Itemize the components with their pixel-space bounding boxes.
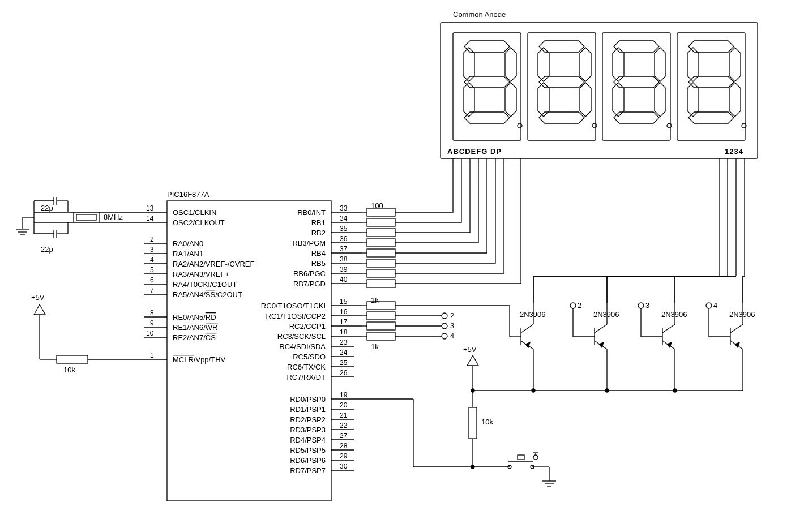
svg-text:5: 5 — [150, 266, 154, 274]
svg-text:6: 6 — [150, 276, 154, 284]
svg-text:2N3906: 2N3906 — [729, 310, 755, 319]
mclr-r: 10k — [63, 366, 75, 374]
svg-point-244 — [532, 389, 535, 392]
svg-rect-166 — [367, 249, 395, 257]
svg-rect-135 — [76, 214, 96, 220]
svg-point-245 — [605, 389, 609, 392]
svg-text:4: 4 — [713, 301, 717, 310]
svg-text:RD6/PSP6: RD6/PSP6 — [290, 456, 326, 465]
svg-point-179 — [442, 313, 447, 319]
svg-point-259 — [533, 455, 538, 460]
svg-text:RA3/AN3/VREF+: RA3/AN3/VREF+ — [173, 270, 229, 278]
svg-text:13: 13 — [146, 204, 154, 212]
svg-line-227 — [730, 324, 743, 333]
svg-text:26: 26 — [340, 369, 348, 377]
svg-text:14: 14 — [146, 214, 154, 222]
svg-text:21: 21 — [340, 411, 348, 419]
svg-rect-186 — [367, 332, 395, 340]
svg-text:2N3906: 2N3906 — [520, 310, 546, 319]
svg-line-216 — [662, 324, 675, 333]
svg-point-211 — [638, 303, 644, 308]
svg-text:RD3/PSP3: RD3/PSP3 — [290, 426, 326, 434]
svg-rect-164 — [367, 239, 395, 247]
display-module: ABCDEFG DP 1234 — [441, 23, 758, 276]
svg-text:30: 30 — [340, 462, 348, 470]
cap1: 22p — [41, 204, 53, 212]
svg-rect-162 — [367, 229, 395, 237]
svg-text:RB3/PGM: RB3/PGM — [292, 239, 326, 247]
button-network: +5V 10k — [413, 345, 556, 487]
svg-text:10: 10 — [146, 329, 154, 337]
svg-text:RA0/AN0: RA0/AN0 — [173, 239, 203, 248]
transistor-bank: 2N3906 2 2N3906 3 2N3906 4 — [473, 276, 755, 392]
svg-text:1: 1 — [150, 351, 154, 359]
svg-marker-7 — [505, 83, 516, 117]
svg-text:36: 36 — [340, 235, 348, 243]
svg-line-205 — [595, 324, 607, 333]
svg-rect-258 — [518, 455, 524, 460]
svg-text:RE0/AN5/RD: RE0/AN5/RD — [173, 313, 216, 321]
svg-text:RD2/PSP2: RD2/PSP2 — [290, 415, 326, 424]
svg-text:3: 3 — [450, 321, 454, 330]
segment-r-value: 100 — [371, 201, 383, 210]
svg-marker-6 — [505, 48, 516, 81]
svg-text:RC6/TX/CK: RC6/TX/CK — [287, 363, 326, 371]
svg-text:29: 29 — [340, 452, 348, 460]
svg-text:RC7/RX/DT: RC7/RX/DT — [286, 373, 326, 381]
digit-2 — [528, 33, 596, 140]
svg-text:2: 2 — [150, 235, 154, 243]
digit-base-resistors: 1k 2 3 4 1k — [362, 296, 510, 351]
svg-marker-247 — [467, 355, 478, 366]
svg-text:RE1/AN6/WR: RE1/AN6/WR — [173, 323, 217, 332]
svg-text:2: 2 — [578, 301, 581, 310]
svg-point-246 — [673, 389, 677, 392]
svg-rect-160 — [367, 218, 395, 226]
svg-text:RC4/SDI/SDA: RC4/SDI/SDA — [279, 342, 326, 351]
svg-text:OSC2/CLKOUT: OSC2/CLKOUT — [173, 218, 225, 227]
osc-freq: 8MHz — [104, 213, 123, 221]
digit-3 — [602, 33, 670, 140]
schematic: line,polyline,path,rect,polygon,circle{s… — [0, 0, 804, 532]
vcc2: +5V — [463, 345, 477, 354]
svg-text:RE2/AN7/CS: RE2/AN7/CS — [173, 333, 216, 342]
svg-text:2N3906: 2N3906 — [661, 310, 687, 319]
svg-rect-250 — [469, 407, 477, 439]
segment-resistors: 100 — [362, 167, 521, 288]
svg-text:RD4/PSP4: RD4/PSP4 — [290, 436, 326, 444]
svg-point-184 — [442, 323, 447, 329]
svg-text:19: 19 — [340, 391, 348, 399]
svg-text:2: 2 — [450, 311, 454, 320]
cap2: 22p — [41, 245, 53, 254]
svg-text:OSC1/CLKIN: OSC1/CLKIN — [173, 208, 216, 217]
svg-text:35: 35 — [340, 225, 348, 233]
svg-text:37: 37 — [340, 245, 348, 253]
svg-text:RB5: RB5 — [311, 259, 326, 268]
svg-rect-168 — [367, 259, 395, 267]
svg-text:RB7/PGD: RB7/PGD — [293, 280, 326, 288]
svg-text:23: 23 — [340, 338, 348, 346]
svg-text:3: 3 — [150, 246, 154, 254]
svg-text:17: 17 — [340, 318, 348, 326]
svg-text:7: 7 — [150, 286, 154, 294]
svg-text:RD5/PSP5: RD5/PSP5 — [290, 446, 326, 454]
svg-text:9: 9 — [150, 319, 154, 327]
svg-marker-11 — [464, 76, 510, 88]
svg-rect-170 — [367, 269, 395, 277]
svg-text:4: 4 — [150, 256, 154, 264]
svg-text:38: 38 — [340, 255, 348, 263]
transistor-3: 3 2N3906 — [638, 276, 736, 391]
pushbutton-icon — [508, 453, 538, 469]
svg-text:39: 39 — [340, 265, 348, 273]
svg-text:34: 34 — [340, 214, 348, 222]
digit-r-top: 1k — [371, 296, 379, 304]
svg-rect-1 — [453, 33, 521, 140]
svg-text:RD1/PSP1: RD1/PSP1 — [290, 405, 326, 414]
svg-text:27: 27 — [340, 432, 348, 440]
svg-text:RC1/T1OSI/CCP2: RC1/T1OSI/CCP2 — [266, 312, 326, 320]
svg-rect-3 — [602, 33, 670, 140]
svg-text:33: 33 — [340, 204, 348, 212]
svg-text:RD7/PSP7: RD7/PSP7 — [290, 466, 326, 475]
svg-rect-156 — [57, 355, 88, 363]
display-right-label: 1234 — [725, 147, 743, 156]
title: Common Anode — [453, 10, 506, 19]
